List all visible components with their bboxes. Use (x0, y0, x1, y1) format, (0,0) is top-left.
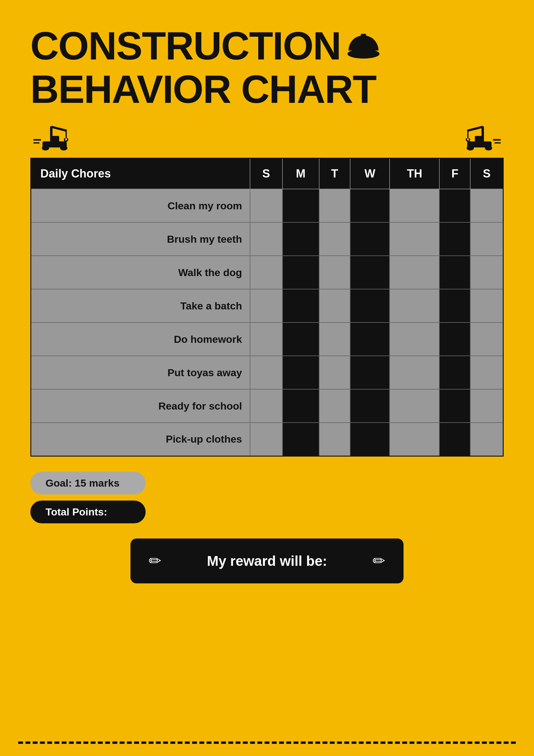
svg-rect-19 (475, 136, 484, 143)
day-cell[interactable] (470, 256, 503, 289)
day-cell[interactable] (250, 356, 282, 389)
page: Construction Behavior Chart (0, 0, 534, 756)
chore-name-cell: Ready for school (31, 389, 250, 422)
chore-name-cell: Pick-up clothes (31, 422, 250, 456)
day-cell[interactable] (439, 256, 470, 289)
day-cell[interactable] (282, 389, 319, 422)
crane-right-icon (458, 123, 501, 152)
reward-text: My reward will be: (161, 553, 373, 569)
day-cell[interactable] (319, 256, 350, 289)
day-cell[interactable] (389, 389, 439, 422)
table-row: Brush my teeth (31, 222, 503, 256)
day-cell[interactable] (282, 356, 319, 389)
svg-point-0 (347, 49, 380, 59)
day-cell[interactable] (250, 256, 282, 289)
day-cell[interactable] (470, 222, 503, 256)
day-cell[interactable] (439, 422, 470, 456)
day-cell[interactable] (250, 322, 282, 356)
day-cell[interactable] (282, 289, 319, 322)
day-cell[interactable] (350, 189, 390, 222)
day-cell[interactable] (350, 389, 390, 422)
day-cell[interactable] (470, 189, 503, 222)
day-cell[interactable] (282, 222, 319, 256)
day-cell[interactable] (250, 222, 282, 256)
day-cell[interactable] (282, 322, 319, 356)
title-section: Construction Behavior Chart (30, 24, 504, 111)
chores-column-header: Daily Chores (31, 158, 250, 189)
title-line-2: Behavior Chart (30, 68, 504, 111)
chore-name-cell: Do homework (31, 322, 250, 356)
day-header-s2: S (470, 158, 503, 189)
table-row: Walk the dog (31, 256, 503, 289)
table-row: Pick-up clothes (31, 422, 503, 456)
dashed-border (18, 742, 516, 744)
day-cell[interactable] (319, 189, 350, 222)
svg-point-14 (485, 146, 492, 150)
day-cell[interactable] (470, 356, 503, 389)
title-behavior-chart: Behavior Chart (30, 67, 376, 111)
day-cell[interactable] (470, 322, 503, 356)
day-header-th: TH (389, 158, 439, 189)
day-cell[interactable] (439, 322, 470, 356)
day-cell[interactable] (250, 389, 282, 422)
title-line-1: Construction (30, 24, 504, 68)
day-cell[interactable] (250, 189, 282, 222)
day-cell[interactable] (282, 422, 319, 456)
day-cell[interactable] (470, 422, 503, 456)
day-cell[interactable] (319, 356, 350, 389)
day-cell[interactable] (470, 289, 503, 322)
day-cell[interactable] (319, 422, 350, 456)
chore-name-cell: Brush my teeth (31, 222, 250, 256)
day-cell[interactable] (439, 289, 470, 322)
day-cell[interactable] (250, 289, 282, 322)
day-cell[interactable] (350, 222, 390, 256)
day-cell[interactable] (439, 189, 470, 222)
bottom-section: Goal: 15 marks Total Points: (30, 472, 504, 523)
day-cell[interactable] (350, 289, 390, 322)
day-cell[interactable] (319, 389, 350, 422)
hard-hat-icon (347, 29, 380, 64)
chore-name-cell: Put toyas away (31, 356, 250, 389)
day-cell[interactable] (350, 422, 390, 456)
day-cell[interactable] (319, 222, 350, 256)
day-cell[interactable] (250, 422, 282, 456)
day-cell[interactable] (389, 289, 439, 322)
svg-point-6 (60, 146, 67, 150)
day-cell[interactable] (282, 189, 319, 222)
table-row: Put toyas away (31, 356, 503, 389)
day-cell[interactable] (350, 356, 390, 389)
day-cell[interactable] (439, 222, 470, 256)
day-cell[interactable] (439, 389, 470, 422)
day-cell[interactable] (389, 189, 439, 222)
svg-line-8 (51, 127, 67, 131)
day-cell[interactable] (350, 256, 390, 289)
table-row: Take a batch (31, 289, 503, 322)
pencil-left-icon: ✏ (149, 552, 161, 570)
day-cell[interactable] (389, 256, 439, 289)
day-cell[interactable] (350, 322, 390, 356)
day-header-s1: S (250, 158, 282, 189)
day-cell[interactable] (439, 356, 470, 389)
day-cell[interactable] (282, 256, 319, 289)
day-cell[interactable] (389, 322, 439, 356)
chore-name-cell: Walk the dog (31, 256, 250, 289)
svg-point-15 (467, 146, 474, 150)
day-cell[interactable] (389, 422, 439, 456)
day-cell[interactable] (319, 289, 350, 322)
svg-rect-10 (50, 136, 59, 143)
svg-point-5 (42, 146, 49, 150)
goal-badge: Goal: 15 marks (30, 472, 146, 495)
day-cell[interactable] (389, 222, 439, 256)
day-header-w: W (350, 158, 390, 189)
crane-row (30, 123, 504, 152)
day-cell[interactable] (389, 356, 439, 389)
table-header-row: Daily Chores S M T W TH F S (31, 158, 503, 189)
svg-line-17 (467, 127, 483, 131)
day-cell[interactable] (319, 322, 350, 356)
day-cell[interactable] (470, 389, 503, 422)
crane-left-icon (33, 123, 76, 152)
chore-name-cell: Take a batch (31, 289, 250, 322)
total-badge: Total Points: (30, 500, 146, 523)
behavior-chart-table: Daily Chores S M T W TH F S Clean my roo… (30, 158, 504, 457)
day-header-m: M (282, 158, 319, 189)
